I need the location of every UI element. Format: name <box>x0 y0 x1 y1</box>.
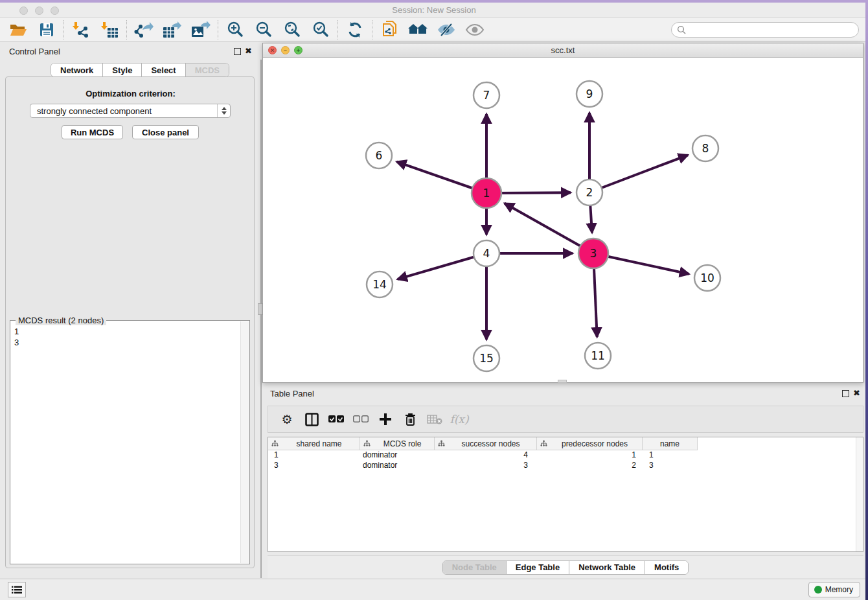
column-header-mcds-role[interactable]: MCDS role <box>360 437 435 450</box>
zoom-selected-icon[interactable] <box>306 19 335 40</box>
graph-node-label: 10 <box>700 271 714 284</box>
tab-select[interactable]: Select <box>142 63 185 76</box>
graph-node-label: 6 <box>376 149 383 162</box>
table-cell[interactable]: dominator <box>360 461 435 471</box>
graph-node-label: 3 <box>590 247 597 260</box>
graph-node-label: 1 <box>483 187 490 200</box>
network-view[interactable]: 7968124314101511 <box>263 58 863 382</box>
column-header-successor-nodes[interactable]: successor nodes <box>435 437 537 450</box>
hide-selected-eye-slash-icon[interactable] <box>432 19 461 40</box>
table-cell[interactable]: dominator <box>360 450 435 461</box>
table-toolbar: ⚙ f(x) <box>268 406 863 433</box>
apply-function-icon[interactable]: f(x) <box>447 409 472 430</box>
task-history-button[interactable] <box>8 582 26 597</box>
table-cell[interactable]: 3 <box>268 461 360 471</box>
tab-style[interactable]: Style <box>103 63 142 76</box>
table-cell[interactable]: 3 <box>435 461 537 471</box>
list-icon <box>12 586 22 594</box>
zoom-out-icon[interactable] <box>249 19 278 40</box>
graph-node-label: 14 <box>372 278 387 291</box>
main-toolbar <box>0 18 868 41</box>
control-panel-float-icon[interactable] <box>234 48 241 55</box>
mcds-panel: Optimization criterion: strongly connect… <box>5 76 255 568</box>
zoom-in-icon[interactable] <box>221 19 249 40</box>
graph-node-label: 9 <box>586 87 593 100</box>
open-folder-icon[interactable] <box>4 19 32 40</box>
import-table-icon[interactable] <box>95 19 124 40</box>
split-panel-icon[interactable] <box>299 409 324 430</box>
optimization-criterion-label: Optimization criterion: <box>6 89 255 98</box>
network-window-titlebar[interactable]: ✕ − + scc.txt <box>263 43 863 58</box>
tab-mcds[interactable]: MCDS <box>186 63 229 76</box>
desktop-edge-right <box>865 0 868 600</box>
app-titlebar: Session: New Session <box>0 3 868 18</box>
table-panel-title: Table Panel <box>270 389 314 398</box>
table-cell[interactable]: 4 <box>435 450 537 461</box>
graph-edge-2-8[interactable] <box>589 155 688 192</box>
table-tabs-strip: Node Table Edge Table Network Table Moti… <box>268 555 863 579</box>
network-window-title: scc.txt <box>263 45 863 55</box>
graph-edge-4-14[interactable] <box>398 253 486 279</box>
delete-table-icon[interactable] <box>422 409 447 430</box>
zoom-fit-icon[interactable] <box>278 19 306 40</box>
export-network-icon[interactable] <box>130 19 158 40</box>
control-panel-close-icon[interactable]: ✖ <box>245 46 252 56</box>
column-header-shared-name[interactable]: shared name <box>268 437 360 450</box>
table-cell[interactable]: 1 <box>537 450 643 461</box>
memory-button[interactable]: Memory <box>808 582 860 597</box>
show-selected-eye-icon[interactable] <box>461 19 489 40</box>
table-options-gear-icon[interactable]: ⚙ <box>275 409 299 430</box>
close-panel-button[interactable]: Close panel <box>132 125 199 139</box>
delete-column-trash-icon[interactable] <box>398 409 422 430</box>
export-image-icon[interactable] <box>187 19 215 40</box>
graph-node-label: 11 <box>591 349 605 362</box>
run-mcds-button[interactable]: Run MCDS <box>62 125 123 139</box>
toolbar-separator <box>218 20 218 40</box>
result-scrollbar[interactable] <box>240 321 249 563</box>
table-panel-close-icon[interactable]: ✖ <box>853 388 860 398</box>
tab-network-table[interactable]: Network Table <box>569 561 645 574</box>
select-all-rows-icon[interactable] <box>324 409 348 430</box>
clone-network-icon[interactable] <box>375 19 404 40</box>
panel-splitter[interactable] <box>260 60 262 578</box>
table-row[interactable]: 3dominator323 <box>268 461 863 471</box>
network-graph[interactable]: 7968124314101511 <box>263 58 863 382</box>
deselect-all-rows-icon[interactable] <box>348 409 373 430</box>
table-cell[interactable]: 1 <box>268 450 360 461</box>
table-cell[interactable]: 3 <box>643 461 698 471</box>
search-box[interactable] <box>671 22 859 38</box>
tab-edge-table[interactable]: Edge Table <box>507 561 569 574</box>
optimization-criterion-dropdown[interactable]: strongly connected component <box>30 104 231 118</box>
network-resize-handle[interactable] <box>558 380 567 383</box>
mcds-result-group: MCDS result (2 nodes) 1 3 <box>10 320 250 564</box>
import-network-icon[interactable] <box>67 19 95 40</box>
table-row[interactable]: 1dominator411 <box>268 450 863 461</box>
column-type-icon <box>363 440 371 447</box>
toolbar-separator <box>126 20 127 40</box>
table-cell[interactable]: 1 <box>643 450 698 461</box>
status-bar: Memory <box>0 579 868 600</box>
export-table-icon[interactable] <box>158 19 187 40</box>
fx-label: f(x) <box>450 413 468 426</box>
home-icon[interactable] <box>404 19 432 40</box>
tab-network[interactable]: Network <box>51 63 103 76</box>
graph-node-label: 4 <box>483 247 490 260</box>
table-panel-float-icon[interactable] <box>842 390 849 397</box>
save-icon[interactable] <box>32 19 61 40</box>
table-scrollbar[interactable] <box>856 437 863 551</box>
refresh-icon[interactable] <box>341 19 369 40</box>
tab-motifs[interactable]: Motifs <box>645 561 688 574</box>
network-window: ✕ − + scc.txt 7968124314101511 <box>262 43 863 383</box>
mcds-result-lines: 1 3 <box>14 326 19 348</box>
tab-node-table[interactable]: Node Table <box>443 561 507 574</box>
search-input[interactable] <box>689 25 851 34</box>
column-header-name[interactable]: name <box>643 437 698 450</box>
graph-node-label: 8 <box>702 142 709 155</box>
table-cell[interactable]: 2 <box>537 461 643 471</box>
table-body: 1dominator4113dominator323 <box>268 450 863 471</box>
control-panel-tabs: Network Style Select MCDS <box>51 63 229 77</box>
mcds-result-title: MCDS result (2 nodes) <box>16 316 106 325</box>
column-header-predecessor-nodes[interactable]: predecessor nodes <box>537 437 643 450</box>
add-column-icon[interactable] <box>373 409 398 430</box>
toolbar-separator <box>372 20 372 40</box>
